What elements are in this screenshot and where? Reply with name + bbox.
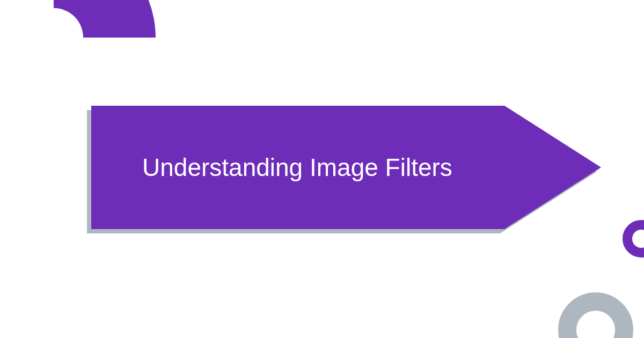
page-title: Understanding Image Filters [142, 153, 452, 182]
banner-arrow-shape: Understanding Image Filters [91, 106, 601, 229]
large-ring-decoration [558, 292, 633, 338]
small-ring-decoration [623, 220, 644, 258]
title-banner: Understanding Image Filters [91, 106, 601, 229]
